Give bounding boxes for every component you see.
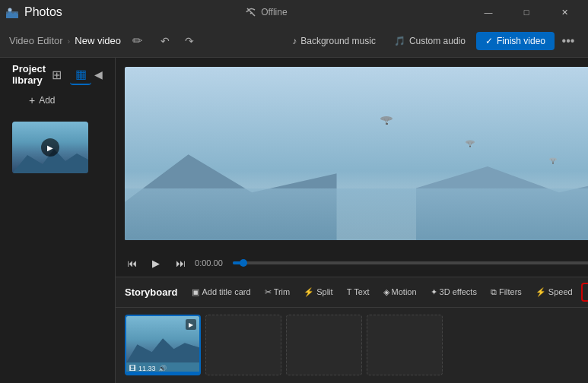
- 3d-effects-button[interactable]: ✦ 3D effects: [425, 285, 482, 299]
- split-button[interactable]: ⚡ Split: [298, 285, 338, 299]
- empty-clip-3: [286, 315, 362, 375]
- svg-point-4: [380, 116, 393, 121]
- speed-button[interactable]: ⚡ Speed: [530, 285, 578, 299]
- close-button[interactable]: ✕: [547, 0, 582, 24]
- highlighted-actions-group: ⊡ ↻ 🗑: [581, 283, 588, 302]
- redo-button[interactable]: ↷: [179, 30, 200, 52]
- video-preview: [116, 58, 588, 249]
- undo-button[interactable]: ↶: [154, 30, 176, 52]
- progress-thumb: [240, 259, 247, 267]
- bg-music-icon: ♪: [292, 36, 297, 46]
- svg-point-8: [466, 140, 475, 144]
- water: [125, 188, 588, 240]
- add-icon: +: [29, 94, 35, 106]
- media-grid: ▶: [0, 116, 115, 179]
- project-library-title: Project library: [12, 63, 46, 86]
- breadcrumb: Video Editor › New video: [9, 35, 121, 46]
- play-overlay-icon: ▶: [41, 138, 59, 157]
- breadcrumb-separator: ›: [68, 36, 71, 46]
- filters-icon: ⧉: [491, 287, 497, 297]
- edit-title-button[interactable]: ✏: [127, 30, 148, 52]
- edit-icon: ✏: [132, 33, 142, 48]
- title-bar-left: Photos: [6, 5, 62, 19]
- offline-label: Offline: [261, 7, 287, 17]
- storyboard-clips: ▶ 🎞 11.33 🔊: [116, 308, 588, 383]
- svg-rect-11: [469, 146, 471, 147]
- storyboard-title: Storyboard: [125, 286, 177, 298]
- split-icon: ⚡: [304, 287, 314, 297]
- play-button[interactable]: ▶: [146, 253, 166, 273]
- filters-button[interactable]: ⧉ Filters: [485, 285, 527, 299]
- background-music-button[interactable]: ♪ Background music: [284, 33, 383, 49]
- toolbar-actions: ♪ Background music 🎵 Custom audio ✓ Fini…: [284, 30, 579, 52]
- trim-icon: ✂: [265, 287, 272, 297]
- add-title-card-button[interactable]: ▣ Add title card: [186, 285, 256, 299]
- left-panel: Project library ⊞ ▦ ◀ + Add ▶: [0, 58, 116, 383]
- add-media-button[interactable]: + Add: [24, 91, 63, 109]
- custom-audio-button[interactable]: 🎵 Custom audio: [386, 33, 473, 49]
- trim-button[interactable]: ✂ Trim: [259, 285, 296, 299]
- offline-icon: [246, 7, 256, 17]
- text-icon: T: [347, 287, 352, 296]
- collapse-panel-button[interactable]: ◀: [94, 68, 103, 81]
- title-bar: Photos Offline — □ ✕: [0, 0, 588, 24]
- custom-audio-icon: 🎵: [394, 36, 405, 46]
- speed-icon: ⚡: [536, 287, 546, 297]
- storyboard-clip-1[interactable]: ▶ 🎞 11.33 🔊: [125, 315, 201, 375]
- empty-clip-2: [205, 315, 281, 375]
- current-time: 0:00.00: [195, 258, 228, 267]
- svg-point-1: [8, 8, 12, 12]
- grid-view-button[interactable]: ⊞: [46, 64, 67, 85]
- library-toolbar: + Add: [0, 91, 115, 116]
- text-button[interactable]: T Text: [342, 285, 375, 299]
- clip-type-icon: ▶: [186, 319, 196, 330]
- more-options-button[interactable]: •••: [558, 30, 579, 52]
- svg-rect-15: [552, 163, 554, 164]
- empty-clip-4: [367, 315, 443, 375]
- add-title-card-icon: ▣: [192, 287, 199, 297]
- paraglider-2: [464, 140, 476, 150]
- title-bar-center: Offline: [246, 7, 287, 17]
- storyboard-section: Storyboard ▣ Add title card ✂ Trim ⚡ Spl…: [116, 277, 588, 383]
- title-bar-controls[interactable]: — □ ✕: [471, 0, 582, 24]
- top-toolbar: Video Editor › New video ✏ ↶ ↷ ♪ Backgro…: [0, 24, 588, 58]
- maximize-button[interactable]: □: [509, 0, 544, 24]
- next-frame-button[interactable]: ⏭: [170, 253, 190, 273]
- main-content: Project library ⊞ ▦ ◀ + Add ▶: [0, 58, 588, 383]
- project-library-header: Project library ⊞ ▦ ◀: [0, 58, 115, 91]
- photos-app-icon: [6, 6, 18, 18]
- minimize-button[interactable]: —: [471, 0, 506, 24]
- video-scene: [125, 67, 588, 240]
- motion-icon: ◈: [383, 287, 389, 297]
- media-thumbnail[interactable]: ▶: [12, 122, 88, 173]
- video-container[interactable]: [125, 67, 588, 240]
- storyboard-header: Storyboard ▣ Add title card ✂ Trim ⚡ Spl…: [116, 277, 588, 308]
- motion-button[interactable]: ◈ Motion: [378, 285, 422, 299]
- list-view-button[interactable]: ▦: [70, 64, 91, 85]
- breadcrumb-current: New video: [75, 35, 121, 46]
- app-title: Photos: [24, 5, 62, 19]
- finish-video-button[interactable]: ✓ Finish video: [476, 32, 555, 50]
- video-controls: ⏮ ▶ ⏭ 0:00.00 0:11.36 ⤢: [116, 249, 588, 277]
- breadcrumb-parent[interactable]: Video Editor: [9, 35, 63, 46]
- paraglider-3: [548, 157, 558, 166]
- 3d-effects-icon: ✦: [431, 287, 437, 297]
- clip-selection-bar: [126, 372, 199, 374]
- paraglider-1: [379, 116, 394, 128]
- svg-rect-7: [386, 123, 388, 125]
- progress-bar[interactable]: [233, 261, 588, 264]
- svg-point-12: [549, 157, 557, 160]
- prev-frame-button[interactable]: ⏮: [122, 253, 141, 273]
- finish-video-icon: ✓: [485, 36, 493, 46]
- undo-redo-group: ↶ ↷: [154, 30, 200, 52]
- right-panel: ⏮ ▶ ⏭ 0:00.00 0:11.36 ⤢ Storyboard ▣ Add…: [116, 58, 588, 383]
